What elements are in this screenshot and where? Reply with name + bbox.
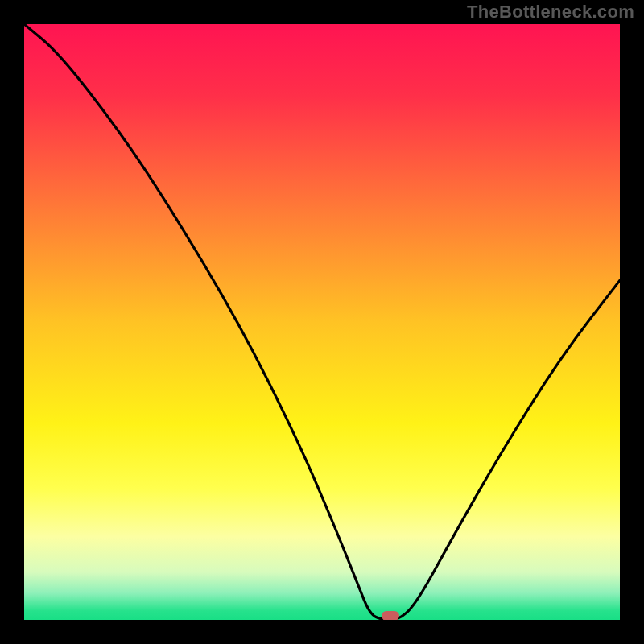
- optimal-point-marker: [382, 611, 399, 620]
- plot-area: [24, 24, 620, 620]
- bottleneck-curve: [24, 24, 620, 620]
- watermark-text: TheBottleneck.com: [467, 2, 634, 23]
- chart-frame: TheBottleneck.com: [0, 0, 644, 644]
